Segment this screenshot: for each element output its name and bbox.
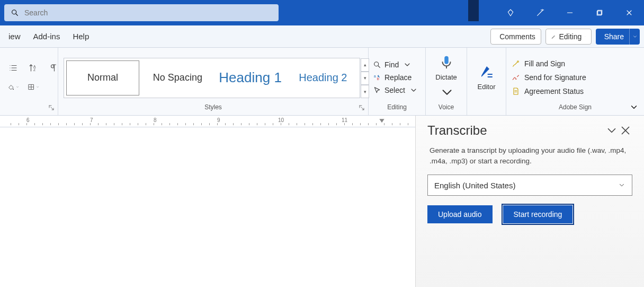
fill-color-icon[interactable]	[7, 81, 19, 93]
pilcrow-icon[interactable]	[48, 62, 59, 74]
svg-rect-23	[444, 56, 449, 64]
paragraph-group-label	[0, 103, 58, 115]
wand-icon[interactable]	[525, 0, 555, 25]
svg-text:b: b	[377, 77, 379, 81]
share-dropdown[interactable]	[629, 29, 640, 45]
tab-addins[interactable]: Add-ins	[27, 25, 67, 47]
blank	[48, 81, 59, 93]
ruler-num: 7	[90, 117, 93, 123]
titlebar	[0, 0, 644, 25]
style-heading-2[interactable]: Heading 2	[287, 58, 360, 98]
language-value: English (United States)	[434, 181, 515, 190]
svg-marker-30	[379, 119, 384, 123]
microphone-icon	[439, 54, 454, 70]
dictate-button[interactable]: Dictate	[426, 48, 467, 103]
ruler-num: 11	[342, 117, 347, 123]
cursor-icon	[373, 86, 381, 94]
svg-point-27	[517, 60, 519, 62]
borders-icon[interactable]	[28, 81, 39, 93]
search-box[interactable]	[4, 4, 279, 21]
window-controls	[496, 0, 644, 25]
dialog-launcher-icon[interactable]	[359, 105, 365, 111]
ribbon: AZ Normal No Spacing Heading 1 Heading 2…	[0, 48, 644, 116]
pencil-icon	[551, 34, 556, 39]
svg-point-0	[12, 10, 16, 14]
minimize-button[interactable]	[555, 0, 585, 25]
chevron-down-icon	[403, 60, 412, 69]
ruler-num: 9	[217, 117, 220, 123]
pane-collapse-button[interactable]	[605, 124, 619, 137]
diamond-icon[interactable]	[496, 0, 525, 25]
pane-close-button[interactable]	[619, 124, 632, 137]
ruler-num: 8	[154, 117, 157, 123]
pane-description: Generate a transcript by uploading your …	[427, 145, 632, 166]
editing-group: Find ab Replace Select Editing	[369, 48, 426, 115]
send-for-signature-button[interactable]: Send for Signature	[512, 73, 586, 82]
paragraph-group: AZ	[0, 48, 58, 115]
ruler-num: 10	[278, 117, 284, 123]
search-icon	[373, 60, 381, 69]
chevron-down-icon	[605, 124, 619, 137]
styles-group: Normal No Spacing Heading 1 Heading 2 ▴ …	[58, 48, 369, 115]
pane-title: Transcribe	[427, 123, 605, 138]
svg-point-19	[374, 62, 379, 66]
collapse-ribbon-icon[interactable]	[629, 102, 639, 112]
editor-group: Editor	[467, 48, 506, 115]
search-icon	[11, 8, 19, 17]
svg-line-1	[16, 14, 17, 15]
list-icon[interactable]	[7, 62, 19, 74]
gallery-down[interactable]: ▾	[361, 72, 369, 85]
document-icon	[512, 87, 520, 95]
chevron-down-icon	[585, 34, 585, 39]
menu-tabs: iew Add-ins Help Comments Editing Share	[0, 25, 644, 48]
replace-icon: ab	[373, 73, 381, 82]
dialog-launcher-icon[interactable]	[48, 105, 55, 111]
close-button[interactable]	[614, 0, 644, 25]
styles-gallery[interactable]: Normal No Spacing Heading 1 Heading 2 ▴ …	[64, 58, 360, 98]
fill-and-sign-button[interactable]: Fill and Sign	[512, 59, 586, 68]
chevron-down-icon	[409, 86, 418, 94]
search-input[interactable]	[24, 8, 272, 17]
style-heading-1[interactable]: Heading 1	[214, 58, 287, 98]
share-button[interactable]: Share	[596, 29, 629, 45]
sort-icon[interactable]: AZ	[28, 62, 39, 74]
editing-group-label: Editing	[369, 103, 425, 115]
tab-help[interactable]: Help	[66, 25, 95, 47]
transcribe-pane: Transcribe Generate a transcript by uplo…	[415, 116, 644, 287]
editing-mode-button[interactable]: Editing	[545, 29, 592, 45]
editor-group-label	[467, 103, 506, 115]
adobe-sign-group: Fill and Sign Send for Signature Agreeme…	[506, 48, 644, 115]
account-indicator[interactable]	[468, 0, 479, 21]
pen-icon	[512, 59, 520, 68]
gallery-up[interactable]: ▴	[361, 58, 369, 72]
agreement-status-button[interactable]: Agreement Status	[512, 87, 586, 95]
select-button[interactable]: Select	[373, 86, 418, 94]
tab-view[interactable]: iew	[2, 25, 27, 47]
gallery-more[interactable]: ▾	[361, 85, 369, 98]
editor-icon	[479, 64, 495, 80]
upload-audio-button[interactable]: Upload audio	[427, 205, 493, 223]
ruler-num: 6	[26, 117, 30, 123]
editor-button[interactable]: Editor	[467, 48, 506, 103]
voice-group: Dictate Voice	[426, 48, 467, 115]
style-no-spacing[interactable]: No Spacing	[141, 58, 214, 98]
chevron-down-icon	[618, 181, 625, 189]
comments-button[interactable]: Comments	[490, 29, 541, 45]
close-icon	[619, 124, 632, 137]
start-recording-button[interactable]: Start recording	[503, 205, 573, 223]
editing-label: Editing	[559, 32, 582, 41]
svg-line-20	[378, 66, 380, 67]
find-button[interactable]: Find	[373, 60, 418, 69]
comments-label: Comments	[499, 32, 535, 41]
voice-group-label: Voice	[426, 103, 467, 115]
maximize-button[interactable]	[585, 0, 614, 25]
svg-point-15	[13, 88, 14, 89]
chevron-down-icon	[632, 34, 638, 39]
adobe-group-label: Adobe Sign	[506, 103, 644, 115]
styles-group-label: Styles	[58, 103, 368, 115]
replace-button[interactable]: ab Replace	[373, 73, 418, 82]
chevron-down-icon	[439, 84, 455, 100]
signature-icon	[512, 73, 520, 82]
style-normal[interactable]: Normal	[66, 60, 139, 95]
language-select[interactable]: English (United States)	[427, 175, 632, 196]
